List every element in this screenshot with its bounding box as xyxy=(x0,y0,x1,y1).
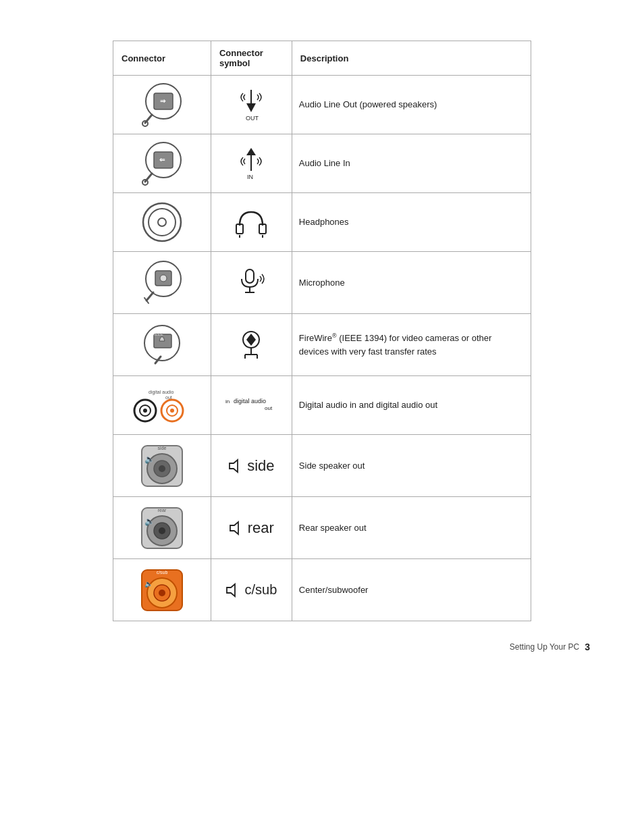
csub-connector-icon: c/sub 🔈 xyxy=(135,565,189,615)
connector-image: rear 🔈 xyxy=(120,502,204,553)
audio-line-out-connector-icon: ⇒ xyxy=(135,81,189,128)
svg-text:side: side xyxy=(158,446,167,450)
svg-point-49 xyxy=(170,409,174,413)
audio-line-in-connector-icon: ⇐ xyxy=(135,140,189,187)
header-connector: Connector xyxy=(113,41,211,76)
description-text: Audio Line In xyxy=(299,158,350,168)
symbol-image: side xyxy=(218,442,285,490)
connector-image: c/sub 🔈 xyxy=(120,565,204,615)
svg-point-71 xyxy=(159,590,165,596)
symbol-image xyxy=(218,321,285,369)
svg-text:in: in xyxy=(225,398,230,405)
svg-point-57 xyxy=(159,465,165,472)
description-cell: Headphones xyxy=(292,193,531,252)
connector-cell: c/sub 🔈 xyxy=(113,559,211,621)
firewire-connector-icon: IEEE xyxy=(135,319,189,370)
svg-marker-37 xyxy=(246,334,256,346)
svg-rect-20 xyxy=(259,224,266,234)
symbol-cell xyxy=(211,252,292,314)
svg-text:IN: IN xyxy=(247,174,253,180)
csub-label: c/sub xyxy=(244,582,277,598)
description-text: Side speaker out xyxy=(299,461,365,471)
speaker-icon xyxy=(228,459,243,473)
table-row: c/sub 🔈 c/sub xyxy=(113,559,531,621)
connector-image: ⇒ xyxy=(120,81,204,128)
symbol-image: IN xyxy=(218,140,285,187)
svg-text:OUT: OUT xyxy=(246,115,259,122)
svg-text:⇐: ⇐ xyxy=(159,156,165,163)
description-text: Headphones xyxy=(299,217,349,227)
table-row: side 🔈 xyxy=(113,435,531,497)
svg-text:🔈: 🔈 xyxy=(144,454,155,464)
microphone-connector-icon xyxy=(135,257,189,308)
svg-marker-6 xyxy=(246,103,256,112)
symbol-image xyxy=(218,259,285,307)
table-row: Microphone xyxy=(113,252,531,314)
symbol-cell: OUT xyxy=(211,76,292,134)
connector-cell: rear 🔈 xyxy=(113,497,211,559)
headphones-connector-icon xyxy=(138,199,186,246)
rear-speaker-connector-icon: rear 🔈 xyxy=(135,502,189,553)
table-row: IEEE xyxy=(113,314,531,376)
page-container: Connector Connector symbol Description ⇒ xyxy=(0,0,644,834)
connector-cell xyxy=(113,193,211,252)
audio-line-out-symbol-icon: OUT xyxy=(233,86,270,124)
symbol-cell: side xyxy=(211,435,292,497)
connector-image: side 🔈 xyxy=(120,440,204,491)
symbol-image: rear xyxy=(218,504,285,552)
description-cell: Side speaker out xyxy=(292,435,531,497)
symbol-image xyxy=(218,199,285,246)
svg-marker-33 xyxy=(159,337,165,341)
svg-line-26 xyxy=(146,292,153,301)
description-cell: Microphone xyxy=(292,252,531,314)
connector-image xyxy=(120,199,204,246)
svg-marker-66 xyxy=(230,522,238,534)
description-cell: Audio Line Out (powered speakers) xyxy=(292,76,531,134)
headphones-symbol-icon xyxy=(233,205,270,239)
svg-point-64 xyxy=(159,527,165,534)
symbol-cell: rear xyxy=(211,497,292,559)
svg-text:digital audio: digital audio xyxy=(149,390,173,395)
connector-image: digital audio out xyxy=(120,382,204,429)
page-footer: Setting Up Your PC 3 xyxy=(27,642,617,652)
rear-label: rear xyxy=(248,519,274,537)
symbol-cell xyxy=(211,193,292,252)
svg-text:out: out xyxy=(265,405,273,411)
connector-cell: ⇐ xyxy=(113,134,211,193)
csub-speaker-label: c/sub xyxy=(225,582,277,598)
svg-text:🔈: 🔈 xyxy=(144,516,155,526)
description-text: Digital audio in and digital audio out xyxy=(299,400,437,410)
symbol-cell: in digital audio out xyxy=(211,376,292,435)
side-speaker-connector-icon: side 🔈 xyxy=(135,440,189,491)
digital-audio-connector-icon: digital audio out xyxy=(128,387,196,424)
svg-text:IEEE: IEEE xyxy=(154,332,163,336)
side-speaker-label: side xyxy=(228,457,274,475)
side-label: side xyxy=(247,457,274,475)
svg-marker-73 xyxy=(227,584,235,596)
svg-text:c/sub: c/sub xyxy=(157,570,168,575)
table-row: digital audio out xyxy=(113,376,531,435)
connector-cell: ⇒ xyxy=(113,76,211,134)
footer-text: Setting Up Your PC xyxy=(510,642,579,652)
table-row: rear 🔈 rear xyxy=(113,497,531,559)
firewire-symbol-icon xyxy=(233,325,270,365)
audio-line-in-symbol-icon: IN xyxy=(233,145,270,182)
microphone-symbol-icon xyxy=(233,264,270,301)
table-row: ⇐ xyxy=(113,134,531,193)
rear-speaker-label: rear xyxy=(229,519,274,537)
svg-point-25 xyxy=(160,275,167,282)
connector-image: IEEE xyxy=(120,319,204,370)
digital-audio-symbol-icon: in digital audio out xyxy=(224,395,278,415)
description-text: Microphone xyxy=(299,278,345,288)
symbol-cell: IN xyxy=(211,134,292,193)
symbol-cell xyxy=(211,314,292,376)
description-text: Center/subwoofer xyxy=(299,585,369,595)
svg-rect-28 xyxy=(246,269,254,283)
connector-cell xyxy=(113,252,211,314)
description-cell: Digital audio in and digital audio out xyxy=(292,376,531,435)
symbol-cell: c/sub xyxy=(211,559,292,621)
speaker-icon xyxy=(229,521,244,536)
svg-text:rear: rear xyxy=(158,508,167,513)
connector-image xyxy=(120,257,204,308)
connector-cell: IEEE xyxy=(113,314,211,376)
